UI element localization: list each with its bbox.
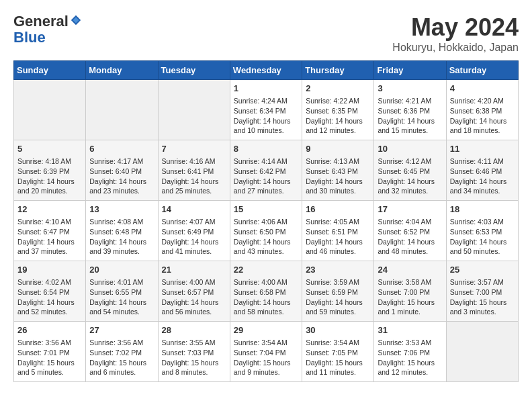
day-number: 2 xyxy=(306,83,370,95)
calendar-cell: 2Sunrise: 4:22 AM Sunset: 6:35 PM Daylig… xyxy=(302,80,374,140)
day-info: Sunrise: 4:17 AM Sunset: 6:40 PM Dayligh… xyxy=(89,156,154,196)
calendar-cell: 3Sunrise: 4:21 AM Sunset: 6:36 PM Daylig… xyxy=(374,80,446,140)
day-number: 12 xyxy=(17,203,82,216)
day-number: 22 xyxy=(234,264,298,276)
day-info: Sunrise: 3:53 AM Sunset: 7:06 PM Dayligh… xyxy=(378,338,442,377)
day-number: 11 xyxy=(450,143,515,155)
day-info: Sunrise: 4:04 AM Sunset: 6:52 PM Dayligh… xyxy=(378,217,442,257)
calendar-cell: 22Sunrise: 4:00 AM Sunset: 6:58 PM Dayli… xyxy=(230,261,302,322)
location-title: Hokuryu, Hokkaido, Japan xyxy=(392,42,519,54)
calendar-week-5: 26Sunrise: 3:56 AM Sunset: 7:01 PM Dayli… xyxy=(14,322,519,382)
day-number: 18 xyxy=(450,203,515,216)
calendar-cell: 6Sunrise: 4:17 AM Sunset: 6:40 PM Daylig… xyxy=(86,140,158,201)
calendar-cell: 12Sunrise: 4:10 AM Sunset: 6:47 PM Dayli… xyxy=(14,201,86,261)
day-info: Sunrise: 4:13 AM Sunset: 6:43 PM Dayligh… xyxy=(306,156,370,196)
calendar-cell: 10Sunrise: 4:12 AM Sunset: 6:45 PM Dayli… xyxy=(374,140,446,201)
calendar-cell: 20Sunrise: 4:01 AM Sunset: 6:55 PM Dayli… xyxy=(86,261,158,322)
month-title: May 2024 xyxy=(392,13,519,42)
calendar-cell: 7Sunrise: 4:16 AM Sunset: 6:41 PM Daylig… xyxy=(158,140,230,201)
logo: General Blue xyxy=(13,13,82,46)
calendar-cell: 19Sunrise: 4:02 AM Sunset: 6:54 PM Dayli… xyxy=(14,261,86,322)
day-number: 10 xyxy=(378,143,442,155)
day-info: Sunrise: 4:14 AM Sunset: 6:42 PM Dayligh… xyxy=(234,156,298,196)
day-number: 13 xyxy=(89,203,154,216)
calendar-cell: 30Sunrise: 3:54 AM Sunset: 7:05 PM Dayli… xyxy=(302,322,374,382)
calendar-cell: 26Sunrise: 3:56 AM Sunset: 7:01 PM Dayli… xyxy=(14,322,86,382)
calendar-cell xyxy=(158,80,230,140)
calendar-week-3: 12Sunrise: 4:10 AM Sunset: 6:47 PM Dayli… xyxy=(14,201,519,261)
calendar-cell: 29Sunrise: 3:54 AM Sunset: 7:04 PM Dayli… xyxy=(230,322,302,382)
header-saturday: Saturday xyxy=(446,61,518,80)
day-number: 23 xyxy=(306,264,370,276)
calendar-cell: 16Sunrise: 4:05 AM Sunset: 6:51 PM Dayli… xyxy=(302,201,374,261)
day-number: 4 xyxy=(450,83,515,95)
day-info: Sunrise: 3:57 AM Sunset: 7:00 PM Dayligh… xyxy=(450,277,515,317)
day-number: 14 xyxy=(162,203,226,216)
day-number: 28 xyxy=(162,324,226,336)
calendar-cell: 5Sunrise: 4:18 AM Sunset: 6:39 PM Daylig… xyxy=(14,140,86,201)
header-thursday: Thursday xyxy=(302,61,374,80)
calendar-cell: 8Sunrise: 4:14 AM Sunset: 6:42 PM Daylig… xyxy=(230,140,302,201)
day-info: Sunrise: 4:06 AM Sunset: 6:50 PM Dayligh… xyxy=(234,217,298,257)
day-info: Sunrise: 4:03 AM Sunset: 6:53 PM Dayligh… xyxy=(450,217,515,257)
header-wednesday: Wednesday xyxy=(230,61,302,80)
calendar-cell: 27Sunrise: 3:56 AM Sunset: 7:02 PM Dayli… xyxy=(86,322,158,382)
calendar-cell: 23Sunrise: 3:59 AM Sunset: 6:59 PM Dayli… xyxy=(302,261,374,322)
day-info: Sunrise: 4:05 AM Sunset: 6:51 PM Dayligh… xyxy=(306,217,370,257)
day-info: Sunrise: 4:18 AM Sunset: 6:39 PM Dayligh… xyxy=(17,156,82,196)
header-friday: Friday xyxy=(374,61,446,80)
calendar-cell: 21Sunrise: 4:00 AM Sunset: 6:57 PM Dayli… xyxy=(158,261,230,322)
day-number: 5 xyxy=(17,143,82,155)
calendar-cell: 17Sunrise: 4:04 AM Sunset: 6:52 PM Dayli… xyxy=(374,201,446,261)
day-number: 29 xyxy=(234,324,298,336)
calendar-cell: 13Sunrise: 4:08 AM Sunset: 6:48 PM Dayli… xyxy=(86,201,158,261)
day-number: 27 xyxy=(89,324,154,336)
day-info: Sunrise: 4:12 AM Sunset: 6:45 PM Dayligh… xyxy=(378,156,442,196)
header-tuesday: Tuesday xyxy=(158,61,230,80)
day-info: Sunrise: 3:56 AM Sunset: 7:01 PM Dayligh… xyxy=(17,338,82,377)
header-sunday: Sunday xyxy=(14,61,86,80)
day-number: 9 xyxy=(306,143,370,155)
day-info: Sunrise: 4:00 AM Sunset: 6:58 PM Dayligh… xyxy=(234,277,298,317)
logo-blue-text: Blue xyxy=(13,29,46,46)
day-info: Sunrise: 3:54 AM Sunset: 7:04 PM Dayligh… xyxy=(234,338,298,377)
calendar-cell: 4Sunrise: 4:20 AM Sunset: 6:38 PM Daylig… xyxy=(446,80,518,140)
day-info: Sunrise: 4:21 AM Sunset: 6:36 PM Dayligh… xyxy=(378,96,442,136)
calendar-cell: 14Sunrise: 4:07 AM Sunset: 6:49 PM Dayli… xyxy=(158,201,230,261)
calendar-cell: 24Sunrise: 3:58 AM Sunset: 7:00 PM Dayli… xyxy=(374,261,446,322)
calendar-week-1: 1Sunrise: 4:24 AM Sunset: 6:34 PM Daylig… xyxy=(14,80,519,140)
calendar-cell: 11Sunrise: 4:11 AM Sunset: 6:46 PM Dayli… xyxy=(446,140,518,201)
calendar-cell: 31Sunrise: 3:53 AM Sunset: 7:06 PM Dayli… xyxy=(374,322,446,382)
day-number: 26 xyxy=(17,324,82,336)
logo-general-text: General xyxy=(13,13,69,30)
day-info: Sunrise: 4:02 AM Sunset: 6:54 PM Dayligh… xyxy=(17,277,82,317)
day-info: Sunrise: 4:08 AM Sunset: 6:48 PM Dayligh… xyxy=(89,217,154,257)
day-info: Sunrise: 3:58 AM Sunset: 7:00 PM Dayligh… xyxy=(378,277,442,317)
day-number: 19 xyxy=(17,264,82,276)
calendar-cell: 1Sunrise: 4:24 AM Sunset: 6:34 PM Daylig… xyxy=(230,80,302,140)
day-info: Sunrise: 4:11 AM Sunset: 6:46 PM Dayligh… xyxy=(450,156,515,196)
title-block: May 2024 Hokuryu, Hokkaido, Japan xyxy=(392,13,519,54)
day-number: 20 xyxy=(89,264,154,276)
calendar-cell: 18Sunrise: 4:03 AM Sunset: 6:53 PM Dayli… xyxy=(446,201,518,261)
header-monday: Monday xyxy=(86,61,158,80)
day-info: Sunrise: 4:10 AM Sunset: 6:47 PM Dayligh… xyxy=(17,217,82,257)
day-info: Sunrise: 4:07 AM Sunset: 6:49 PM Dayligh… xyxy=(162,217,226,257)
day-number: 15 xyxy=(234,203,298,216)
logo-icon xyxy=(70,14,82,26)
day-info: Sunrise: 4:01 AM Sunset: 6:55 PM Dayligh… xyxy=(89,277,154,317)
calendar-cell: 25Sunrise: 3:57 AM Sunset: 7:00 PM Dayli… xyxy=(446,261,518,322)
day-info: Sunrise: 4:22 AM Sunset: 6:35 PM Dayligh… xyxy=(306,96,370,136)
calendar-week-2: 5Sunrise: 4:18 AM Sunset: 6:39 PM Daylig… xyxy=(14,140,519,201)
page-header: General Blue May 2024 Hokuryu, Hokkaido,… xyxy=(13,13,519,54)
day-number: 1 xyxy=(234,83,298,95)
day-info: Sunrise: 4:24 AM Sunset: 6:34 PM Dayligh… xyxy=(234,96,298,136)
day-number: 17 xyxy=(378,203,442,216)
day-info: Sunrise: 3:56 AM Sunset: 7:02 PM Dayligh… xyxy=(89,338,154,377)
day-number: 3 xyxy=(378,83,442,95)
day-number: 7 xyxy=(162,143,226,155)
day-info: Sunrise: 3:54 AM Sunset: 7:05 PM Dayligh… xyxy=(306,338,370,377)
day-number: 30 xyxy=(306,324,370,336)
day-number: 31 xyxy=(378,324,442,336)
calendar-header-row: SundayMondayTuesdayWednesdayThursdayFrid… xyxy=(14,61,519,80)
